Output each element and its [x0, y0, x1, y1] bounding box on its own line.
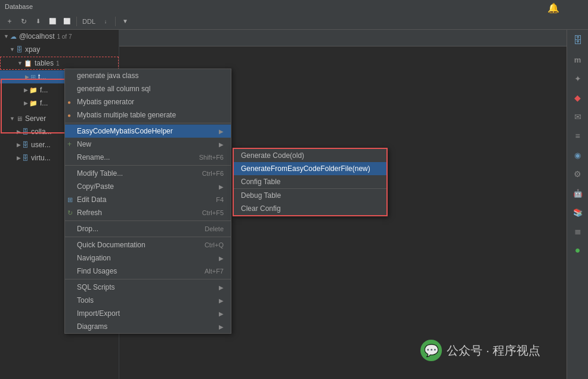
- editdata-icon: ⊞: [67, 196, 73, 204]
- importexport-arrow: ▶: [219, 310, 224, 317]
- toolbar: + ↻ ⬇ ⬜ ⬜ DDL ↓ ▼: [0, 13, 588, 30]
- virtu-icon: 🗄: [22, 154, 29, 161]
- new-arrow: ▶: [219, 141, 224, 148]
- menu-generate-sql[interactable]: generate all column sql: [65, 82, 231, 95]
- sep1: [76, 17, 77, 26]
- sep2: [115, 17, 116, 26]
- menu-diagrams[interactable]: Diagrams ▶: [65, 320, 231, 333]
- refresh-icon: ↻: [67, 209, 73, 217]
- right-icon-eq[interactable]: ≡: [570, 128, 586, 144]
- tables-icon: 📋: [24, 60, 32, 67]
- tables-label: tables: [35, 59, 54, 67]
- tab-bar: [119, 30, 588, 46]
- tables-count: 1: [56, 60, 60, 67]
- right-icon-red[interactable]: ◆: [570, 89, 586, 106]
- config-table-label: Config Table: [241, 178, 281, 186]
- f1-arrow: ▶: [24, 87, 28, 93]
- menu-mybatis-gen[interactable]: ● Mybatis generator: [65, 95, 231, 108]
- tools-arrow: ▶: [219, 297, 224, 304]
- right-icon-android[interactable]: 🤖: [570, 185, 586, 201]
- menu-quick-doc[interactable]: Quick Documentation Ctrl+Q: [65, 238, 231, 251]
- editdata-label: Edit Data: [77, 195, 106, 204]
- menu-editdata[interactable]: ⊞ Edit Data F4: [65, 193, 231, 206]
- filter-button[interactable]: ▼: [119, 15, 131, 27]
- findusages-label: Find Usages: [77, 267, 117, 275]
- menu-new[interactable]: + New ▶: [65, 138, 231, 151]
- refresh-label: Refresh: [77, 209, 102, 217]
- virtu-arrow: ▶: [17, 155, 21, 161]
- download-button[interactable]: ⬇: [32, 15, 44, 27]
- drop-shortcut: Delete: [205, 225, 224, 232]
- db-xpay[interactable]: ▼ 🗄 xpay: [0, 43, 119, 56]
- refresh-button[interactable]: ↻: [18, 15, 30, 27]
- submenu-debug-table[interactable]: Debug Table: [234, 189, 386, 202]
- menu-navigation[interactable]: Navigation ▶: [65, 251, 231, 265]
- folder-f1-label: f...: [40, 86, 48, 94]
- menu-tools[interactable]: Tools ▶: [65, 294, 231, 307]
- right-icon-m[interactable]: m: [570, 51, 586, 68]
- rename-shortcut: Shift+F6: [199, 154, 224, 161]
- connection-arrow: ▼: [4, 33, 9, 39]
- debug-table-label: Debug Table: [241, 191, 281, 200]
- connection-badge: 1 of 7: [57, 33, 72, 40]
- generate-sql-label: generate all column sql: [77, 85, 150, 93]
- right-icon-dot[interactable]: ●: [570, 242, 586, 259]
- user-arrow: ▶: [17, 142, 21, 148]
- tables-node[interactable]: ▼ 📋 tables 1: [0, 57, 119, 70]
- sep-3: [65, 220, 231, 221]
- right-icon-book[interactable]: 📚: [570, 204, 586, 220]
- menu-generate-java[interactable]: generate java class: [65, 69, 231, 82]
- ddl-arrow[interactable]: ↓: [100, 15, 112, 27]
- mybatis-multi-icon: ●: [67, 112, 71, 119]
- menu-refresh[interactable]: ↻ Refresh Ctrl+F5: [65, 206, 231, 219]
- submenu-generate-old[interactable]: Generate Code(old): [234, 149, 386, 162]
- generate-java-label: generate java class: [77, 72, 138, 80]
- f2-arrow: ▶: [24, 100, 28, 106]
- menu-easycode[interactable]: EasyCodeMybatisCodeHelper ▶: [65, 125, 231, 138]
- menu-mybatis-multi[interactable]: ● Mybatis multiple table generate: [65, 108, 231, 122]
- watermark-text: 公众号 · 程序视点: [447, 343, 540, 359]
- db-label: xpay: [25, 45, 40, 54]
- new-plus-icon: +: [67, 140, 72, 148]
- importexport-label: Import/Export: [77, 309, 120, 318]
- folder-icon2: 📁: [29, 100, 38, 107]
- menu-import-export[interactable]: Import/Export ▶: [65, 307, 231, 320]
- right-icon-star[interactable]: ✦: [570, 70, 586, 87]
- add-button[interactable]: +: [4, 15, 16, 27]
- mybatis-gen-label: Mybatis generator: [77, 98, 134, 106]
- menu-copypaste[interactable]: Copy/Paste ▶: [65, 180, 231, 193]
- app-title: Database: [5, 3, 33, 10]
- refresh-shortcut: Ctrl+F5: [202, 209, 224, 216]
- copypaste-arrow: ▶: [219, 184, 224, 190]
- mybatis-gen-icon: ●: [67, 99, 71, 105]
- notification-bell[interactable]: 🔔: [547, 2, 559, 14]
- submenu-config-table[interactable]: Config Table: [234, 175, 386, 188]
- menu-find-usages[interactable]: Find Usages Alt+F7: [65, 265, 231, 278]
- generate-old-label: Generate Code(old): [241, 151, 304, 160]
- submenu-generate-new[interactable]: GenerateFromEasyCodeFolderFile(new): [234, 162, 386, 175]
- menu-rename[interactable]: Rename... Shift+F6: [65, 151, 231, 164]
- right-icon-gear[interactable]: ⚙: [570, 166, 586, 182]
- watermark: 💬 公众号 · 程序视点: [420, 340, 540, 361]
- new-label: New: [77, 140, 91, 148]
- ddl-label[interactable]: DDL: [81, 18, 97, 25]
- sqlscripts-arrow: ▶: [219, 284, 224, 291]
- square2-button[interactable]: ⬜: [61, 15, 73, 27]
- colla-arrow: ▶: [17, 129, 21, 135]
- menu-drop[interactable]: Drop... Delete: [65, 222, 231, 235]
- nav-arrow: ▶: [219, 255, 224, 262]
- right-icon-eye[interactable]: ◉: [570, 147, 586, 163]
- submenu-clear-config[interactable]: Clear Config: [234, 202, 386, 215]
- connection-item[interactable]: ▼ ☁ @localhost 1 of 7: [0, 30, 119, 43]
- menu-sql-scripts[interactable]: SQL Scripts ▶: [65, 281, 231, 294]
- quickdoc-shortcut: Ctrl+Q: [205, 241, 224, 248]
- right-icon-list[interactable]: ≣: [570, 223, 586, 240]
- menu-modify[interactable]: Modify Table... Ctrl+F6: [65, 167, 231, 180]
- right-icon-mail[interactable]: ✉: [570, 108, 586, 125]
- server-icon: 🖥: [16, 115, 23, 122]
- square1-button[interactable]: ⬜: [47, 15, 58, 27]
- modify-shortcut: Ctrl+F6: [202, 170, 224, 177]
- table-t-arrow: ▶: [25, 74, 29, 80]
- easycode-label: EasyCodeMybatisCodeHelper: [77, 127, 173, 135]
- right-icon-database[interactable]: 🗄: [570, 32, 586, 49]
